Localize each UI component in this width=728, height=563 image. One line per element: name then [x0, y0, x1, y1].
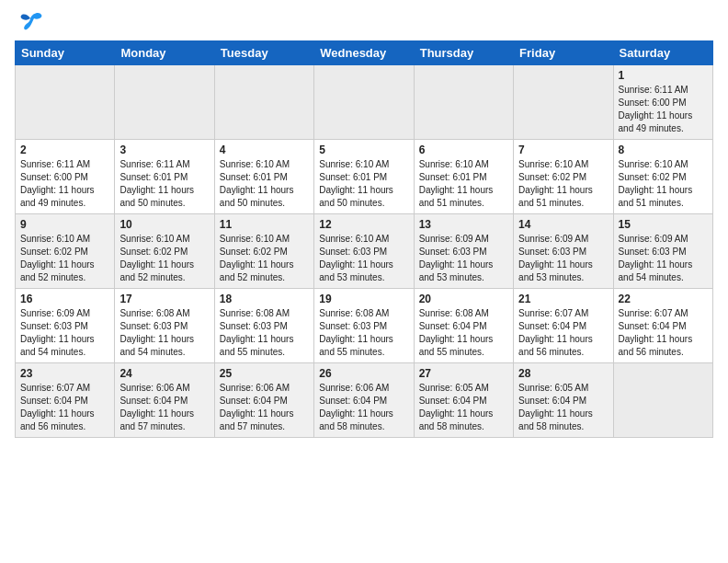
calendar-day: 11Sunrise: 6:10 AM Sunset: 6:02 PM Dayli… [214, 214, 313, 289]
calendar-day [214, 65, 313, 140]
day-info: Sunrise: 6:08 AM Sunset: 6:03 PM Dayligh… [119, 307, 209, 359]
calendar-day: 5Sunrise: 6:10 AM Sunset: 6:01 PM Daylig… [314, 140, 414, 214]
day-number: 2 [20, 144, 109, 156]
day-number: 25 [220, 367, 309, 380]
day-number: 19 [319, 293, 408, 305]
day-number: 23 [20, 367, 109, 380]
day-number: 26 [319, 367, 408, 380]
day-number: 9 [20, 218, 109, 231]
calendar-day: 15Sunrise: 6:09 AM Sunset: 6:03 PM Dayli… [613, 214, 712, 289]
calendar-week-0: 1Sunrise: 6:11 AM Sunset: 6:00 PM Daylig… [16, 65, 713, 140]
day-number: 18 [220, 293, 309, 305]
calendar-day: 6Sunrise: 6:10 AM Sunset: 6:01 PM Daylig… [414, 140, 513, 214]
day-number: 6 [419, 144, 508, 156]
day-info: Sunrise: 6:10 AM Sunset: 6:01 PM Dayligh… [220, 158, 309, 210]
day-info: Sunrise: 6:10 AM Sunset: 6:02 PM Dayligh… [518, 158, 608, 210]
day-info: Sunrise: 6:10 AM Sunset: 6:01 PM Dayligh… [319, 158, 408, 210]
calendar-day: 12Sunrise: 6:10 AM Sunset: 6:03 PM Dayli… [314, 214, 414, 289]
day-info: Sunrise: 6:09 AM Sunset: 6:03 PM Dayligh… [419, 233, 508, 284]
calendar-week-1: 2Sunrise: 6:11 AM Sunset: 6:00 PM Daylig… [16, 140, 713, 214]
calendar-day: 3Sunrise: 6:11 AM Sunset: 6:01 PM Daylig… [115, 140, 214, 214]
day-info: Sunrise: 6:10 AM Sunset: 6:02 PM Dayligh… [220, 233, 309, 284]
calendar-day: 7Sunrise: 6:10 AM Sunset: 6:02 PM Daylig… [514, 140, 613, 214]
calendar-day: 2Sunrise: 6:11 AM Sunset: 6:00 PM Daylig… [16, 140, 115, 214]
calendar-day: 1Sunrise: 6:11 AM Sunset: 6:00 PM Daylig… [613, 65, 712, 140]
day-info: Sunrise: 6:11 AM Sunset: 6:01 PM Dayligh… [119, 158, 209, 210]
day-number: 10 [119, 218, 209, 231]
day-info: Sunrise: 6:09 AM Sunset: 6:03 PM Dayligh… [518, 233, 608, 284]
day-number: 20 [419, 293, 508, 305]
day-info: Sunrise: 6:11 AM Sunset: 6:00 PM Dayligh… [619, 84, 708, 135]
calendar-day: 27Sunrise: 6:05 AM Sunset: 6:04 PM Dayli… [414, 363, 513, 438]
day-info: Sunrise: 6:11 AM Sunset: 6:00 PM Dayligh… [20, 158, 109, 210]
calendar-day: 14Sunrise: 6:09 AM Sunset: 6:03 PM Dayli… [514, 214, 613, 289]
day-number: 24 [119, 367, 209, 380]
day-info: Sunrise: 6:08 AM Sunset: 6:03 PM Dayligh… [319, 307, 408, 359]
day-info: Sunrise: 6:10 AM Sunset: 6:02 PM Dayligh… [119, 233, 209, 284]
page: SundayMondayTuesdayWednesdayThursdayFrid… [0, 0, 728, 563]
calendar-day: 26Sunrise: 6:06 AM Sunset: 6:04 PM Dayli… [314, 363, 414, 438]
calendar-day: 8Sunrise: 6:10 AM Sunset: 6:02 PM Daylig… [613, 140, 712, 214]
header [15, 15, 713, 31]
day-info: Sunrise: 6:10 AM Sunset: 6:02 PM Dayligh… [20, 233, 109, 284]
day-info: Sunrise: 6:09 AM Sunset: 6:03 PM Dayligh… [619, 233, 708, 284]
calendar-day [314, 65, 414, 140]
day-info: Sunrise: 6:08 AM Sunset: 6:03 PM Dayligh… [220, 307, 309, 359]
day-info: Sunrise: 6:10 AM Sunset: 6:02 PM Dayligh… [619, 158, 708, 210]
day-info: Sunrise: 6:09 AM Sunset: 6:03 PM Dayligh… [20, 307, 109, 359]
calendar-day: 21Sunrise: 6:07 AM Sunset: 6:04 PM Dayli… [514, 289, 613, 363]
header-sunday: Sunday [16, 41, 115, 65]
day-info: Sunrise: 6:07 AM Sunset: 6:04 PM Dayligh… [619, 307, 708, 359]
calendar-day: 24Sunrise: 6:06 AM Sunset: 6:04 PM Dayli… [115, 363, 214, 438]
calendar-day: 23Sunrise: 6:07 AM Sunset: 6:04 PM Dayli… [16, 363, 115, 438]
calendar-week-4: 23Sunrise: 6:07 AM Sunset: 6:04 PM Dayli… [16, 363, 713, 438]
calendar-day: 18Sunrise: 6:08 AM Sunset: 6:03 PM Dayli… [214, 289, 313, 363]
calendar-day: 10Sunrise: 6:10 AM Sunset: 6:02 PM Dayli… [115, 214, 214, 289]
day-number: 7 [518, 144, 608, 156]
day-number: 15 [619, 218, 708, 231]
calendar-day [115, 65, 214, 140]
day-number: 12 [319, 218, 408, 231]
calendar-day: 16Sunrise: 6:09 AM Sunset: 6:03 PM Dayli… [16, 289, 115, 363]
day-number: 16 [20, 293, 109, 305]
calendar-week-3: 16Sunrise: 6:09 AM Sunset: 6:03 PM Dayli… [16, 289, 713, 363]
day-number: 22 [619, 293, 708, 305]
calendar-day [16, 65, 115, 140]
day-number: 21 [518, 293, 608, 305]
logo-bird-icon [17, 11, 43, 31]
calendar-day: 4Sunrise: 6:10 AM Sunset: 6:01 PM Daylig… [214, 140, 313, 214]
day-number: 4 [220, 144, 309, 156]
day-info: Sunrise: 6:05 AM Sunset: 6:04 PM Dayligh… [518, 382, 608, 433]
day-number: 14 [518, 218, 608, 231]
day-number: 13 [419, 218, 508, 231]
calendar-day: 19Sunrise: 6:08 AM Sunset: 6:03 PM Dayli… [314, 289, 414, 363]
logo [15, 15, 43, 31]
calendar-header-row: SundayMondayTuesdayWednesdayThursdayFrid… [16, 41, 713, 65]
calendar: SundayMondayTuesdayWednesdayThursdayFrid… [15, 40, 713, 438]
calendar-week-2: 9Sunrise: 6:10 AM Sunset: 6:02 PM Daylig… [16, 214, 713, 289]
day-number: 28 [518, 367, 608, 380]
calendar-day [514, 65, 613, 140]
calendar-day: 9Sunrise: 6:10 AM Sunset: 6:02 PM Daylig… [16, 214, 115, 289]
day-number: 8 [619, 144, 708, 156]
header-friday: Friday [514, 41, 613, 65]
day-info: Sunrise: 6:05 AM Sunset: 6:04 PM Dayligh… [419, 382, 508, 433]
calendar-day: 20Sunrise: 6:08 AM Sunset: 6:04 PM Dayli… [414, 289, 513, 363]
calendar-day: 28Sunrise: 6:05 AM Sunset: 6:04 PM Dayli… [514, 363, 613, 438]
day-number: 3 [119, 144, 209, 156]
header-saturday: Saturday [613, 41, 712, 65]
calendar-day: 22Sunrise: 6:07 AM Sunset: 6:04 PM Dayli… [613, 289, 712, 363]
day-info: Sunrise: 6:06 AM Sunset: 6:04 PM Dayligh… [119, 382, 209, 433]
day-info: Sunrise: 6:07 AM Sunset: 6:04 PM Dayligh… [20, 382, 109, 433]
calendar-day: 25Sunrise: 6:06 AM Sunset: 6:04 PM Dayli… [214, 363, 313, 438]
day-info: Sunrise: 6:06 AM Sunset: 6:04 PM Dayligh… [220, 382, 309, 433]
calendar-day [414, 65, 513, 140]
day-number: 17 [119, 293, 209, 305]
calendar-day [613, 363, 712, 438]
day-number: 27 [419, 367, 508, 380]
day-number: 5 [319, 144, 408, 156]
header-monday: Monday [115, 41, 214, 65]
day-info: Sunrise: 6:06 AM Sunset: 6:04 PM Dayligh… [319, 382, 408, 433]
day-number: 11 [220, 218, 309, 231]
header-tuesday: Tuesday [214, 41, 313, 65]
